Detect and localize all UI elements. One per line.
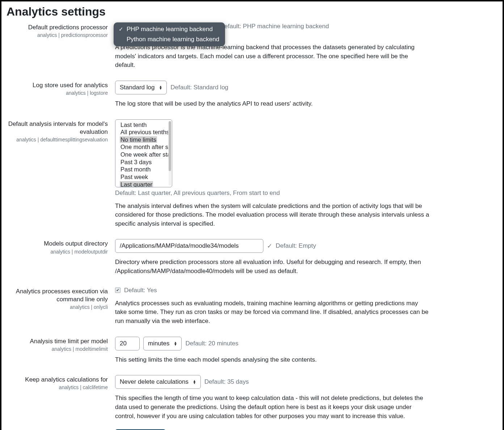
default-text: Default: Standard log [170,84,228,91]
setting-label-intervals: Default analysis intervals for model's e… [7,120,108,136]
setting-key: analytics | modeloutputdir [7,249,108,255]
input-value: /Applications/MAMP/data/moodle34/models [120,242,239,250]
input-value: 20 [120,340,127,347]
dropdown-option-label: Python machine learning backend [127,36,219,43]
calclifetime-select[interactable]: Never delete calculations ▲▼ [115,375,201,389]
timelimit-unit-select[interactable]: minutes ▲▼ [143,337,182,350]
list-item[interactable]: Past 3 days [120,158,168,166]
default-text: Default: 35 days [204,378,249,386]
onlycli-checkbox[interactable]: ✔ [115,288,120,293]
setting-description: This specifies the length of time you wa… [115,394,430,421]
default-text: Default: PHP machine learning backend [220,23,329,30]
dropdown-option-label: PHP machine learning backend [127,26,213,33]
list-item[interactable]: Last tenth [120,121,168,129]
setting-label-predictions-processor: Default predictions processor [7,24,108,31]
select-value: Never delete calculations [120,378,189,386]
setting-description: The log store that will be used by the a… [115,99,430,108]
default-text: Default: Empty [276,242,316,250]
setting-key: analytics | onlycli [7,304,108,310]
outputdir-input[interactable]: /Applications/MAMP/data/moodle34/models [115,239,263,253]
predictions-processor-dropdown[interactable]: ✓ PHP machine learning backend Python ma… [114,22,225,46]
setting-description: A predictions processor is the machine-l… [115,43,430,70]
intervals-multiselect[interactable]: Last tenth All previous tenths No time l… [115,119,172,187]
setting-key: analytics | modeltimelimit [7,346,108,352]
check-icon: ✓ [267,242,272,250]
dropdown-option-python[interactable]: Python machine learning backend [116,34,223,44]
updown-icon: ▲▼ [193,380,196,384]
setting-description: Directory where prediction processors st… [115,258,430,276]
page-title: Analytics settings [7,5,497,18]
default-text: Default: Last quarter, All previous quar… [115,190,497,197]
setting-key: analytics | defaulttimesplittingsevaluat… [7,137,108,142]
list-item[interactable]: One month after start [120,143,168,151]
setting-key: analytics | calclifetime [7,384,108,390]
setting-label-timelimit: Analysis time limit per model [7,337,108,345]
scrollbar[interactable] [169,121,171,186]
list-item[interactable]: All previous tenths [120,128,168,136]
setting-label-logstore: Log store used for analytics [7,81,108,89]
scrollbar-thumb[interactable] [169,121,171,171]
select-value: minutes [148,340,170,347]
list-item[interactable]: One week after start [120,151,168,158]
list-item[interactable]: Last quarter [120,181,153,187]
setting-description: This setting limits the time each model … [115,356,430,365]
default-text: Default: 20 minutes [185,340,238,347]
list-item[interactable]: Past week [120,173,168,181]
select-value: Standard log [120,84,154,91]
logstore-select[interactable]: Standard log ▲▼ [115,81,167,94]
setting-label-calclifetime: Keep analytics calculations for [7,376,108,384]
setting-label-outputdir: Models output directory [7,240,108,248]
list-item[interactable]: Past month [120,166,168,173]
dropdown-option-php[interactable]: ✓ PHP machine learning backend [116,24,223,34]
updown-icon: ▲▼ [159,85,162,90]
default-text: Default: Yes [124,287,157,294]
setting-key: analytics | predictionsprocessor [7,32,108,38]
setting-description: The analysis interval defines when the s… [115,202,430,229]
setting-key: analytics | logstore [7,90,108,96]
updown-icon: ▲▼ [174,341,177,346]
check-icon: ✓ [118,26,124,33]
timelimit-number-input[interactable]: 20 [115,337,140,350]
setting-label-onlycli: Analytics processes execution via comman… [7,288,108,303]
list-item[interactable]: No time limits [120,136,157,143]
setting-description: Analytics processes such as evaluating m… [115,299,430,326]
